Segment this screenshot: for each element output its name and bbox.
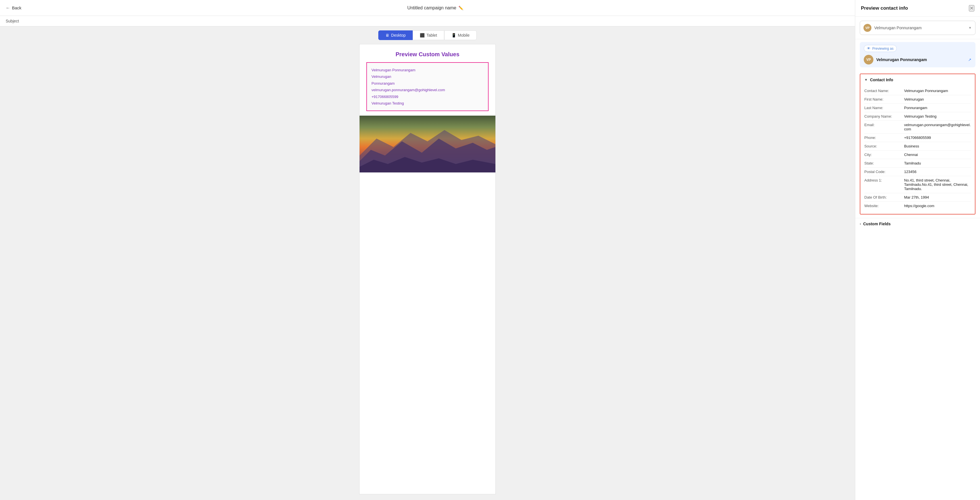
field-label: Website: — [864, 204, 904, 208]
custom-values-box: Velmurugan Ponnurangam Velmurugan Ponnur… — [366, 62, 488, 111]
table-row: Email: velmurugan.ponnurangam@gohighleve… — [864, 121, 971, 133]
contact-selector: VP Velmurugan Ponnurangam ▼ — [855, 17, 980, 39]
field-label: Contact Name: — [864, 89, 904, 93]
contact-row: VP Velmurugan Ponnurangam ↗ — [864, 55, 972, 65]
chevron-down-icon: ▼ — [968, 26, 972, 30]
preview-title: Preview Custom Values — [366, 51, 488, 58]
contact-full-name: Velmurugan Ponnurangam — [876, 57, 965, 62]
table-row: State: Tamilnadu — [864, 159, 971, 168]
field-value: +917066805599 — [904, 135, 971, 140]
field-label: First Name: — [864, 97, 904, 102]
external-link-icon[interactable]: ↗ — [968, 57, 972, 62]
field-value: Velmurugan — [904, 97, 971, 102]
previewing-section: 👁 Previewing as VP Velmurugan Ponnuranga… — [860, 42, 975, 67]
cv-line-1: Velmurugan Ponnurangam — [371, 67, 484, 73]
field-label: Phone: — [864, 135, 904, 140]
table-row: First Name: Velmurugan — [864, 95, 971, 104]
chevron-right-icon: › — [860, 222, 861, 226]
field-value: Velmurugan Ponnurangam — [904, 89, 971, 93]
tab-tablet[interactable]: ⬛ Tablet — [413, 30, 444, 40]
table-row: Last Name: Ponnurangam — [864, 104, 971, 112]
device-tabs: 🖥 Desktop ⬛ Tablet 📱 Mobile — [0, 26, 855, 44]
preview-header: Preview Custom Values — [360, 44, 495, 62]
desktop-label: Desktop — [391, 33, 406, 38]
field-value: No.41, third street, Chennai, Tamilnadu.… — [904, 178, 971, 191]
field-value: Business — [904, 144, 971, 148]
table-row: Company Name: Velmurugan Testing — [864, 112, 971, 121]
field-label: State: — [864, 161, 904, 165]
tab-desktop[interactable]: 🖥 Desktop — [378, 30, 413, 40]
custom-fields-label: Custom Fields — [863, 222, 891, 226]
field-value: velmurugan.ponnurangam@gohighlevel.com — [904, 123, 971, 131]
table-row: Website: https://google.com — [864, 202, 971, 210]
tab-mobile[interactable]: 📱 Mobile — [444, 30, 477, 40]
landscape-image — [360, 116, 495, 173]
cv-line-6: Velmurugan Testing — [371, 100, 484, 106]
table-row: Phone: +917066805599 — [864, 133, 971, 142]
tablet-label: Tablet — [426, 33, 437, 38]
mobile-icon: 📱 — [451, 33, 456, 38]
tablet-icon: ⬛ — [420, 33, 425, 38]
panel-header: Preview contact info ✕ — [855, 0, 980, 17]
top-bar: ← Back Untitled campaign name ✏️ — [0, 0, 855, 16]
contact-dropdown-name: Velmurugan Ponnurangam — [874, 25, 966, 30]
back-label: Back — [12, 5, 21, 10]
table-row: Date Of Birth: Mar 27th, 1994 — [864, 193, 971, 202]
cv-line-3: Ponnurangam — [371, 80, 484, 87]
field-value: 123456 — [904, 170, 971, 174]
field-label: Address 1: — [864, 178, 904, 191]
table-row: City: Chennai — [864, 151, 971, 159]
back-arrow-icon: ← — [6, 5, 10, 11]
custom-fields-section[interactable]: › Custom Fields — [855, 218, 980, 230]
field-value: Velmurugan Testing — [904, 114, 971, 119]
field-value: Tamilnadu — [904, 161, 971, 165]
edit-icon[interactable]: ✏️ — [458, 6, 463, 10]
email-preview-card: Preview Custom Values Velmurugan Ponnura… — [359, 44, 496, 494]
mobile-label: Mobile — [458, 33, 469, 38]
info-table: Contact Name: Velmurugan Ponnurangam Fir… — [860, 86, 975, 214]
contact-info-header[interactable]: ▼ Contact Info — [860, 74, 975, 86]
desktop-icon: 🖥 — [385, 33, 390, 38]
chevron-down-section-icon: ▼ — [864, 78, 868, 82]
field-value: https://google.com — [904, 204, 971, 208]
cv-line-5: +917066805599 — [371, 94, 484, 100]
field-value: Ponnurangam — [904, 106, 971, 110]
panel-title: Preview contact info — [861, 5, 908, 11]
canvas-area: Preview Custom Values Velmurugan Ponnura… — [0, 44, 855, 500]
cv-line-4: velmurugan.ponnurangam@gohighlevel.com — [371, 87, 484, 93]
table-row: Contact Name: Velmurugan Ponnurangam — [864, 87, 971, 95]
field-label: Company Name: — [864, 114, 904, 119]
contact-dropdown[interactable]: VP Velmurugan Ponnurangam ▼ — [860, 21, 975, 35]
contact-info-label: Contact Info — [870, 78, 893, 82]
subject-label: Subject — [6, 19, 19, 23]
contact-info-section: ▼ Contact Info Contact Name: Velmurugan … — [860, 74, 975, 214]
table-row: Address 1: No.41, third street, Chennai,… — [864, 176, 971, 193]
campaign-title: Untitled campaign name ✏️ — [21, 5, 849, 11]
table-row: Source: Business — [864, 142, 971, 151]
field-label: City: — [864, 152, 904, 157]
avatar-small: VP — [864, 24, 872, 32]
table-row: Postal Code: 123456 — [864, 168, 971, 176]
panel-content: ▼ Contact Info Contact Name: Velmurugan … — [855, 70, 980, 500]
field-value: Chennai — [904, 152, 971, 157]
previewing-label: Previewing as — [872, 47, 894, 51]
left-panel: ← Back Untitled campaign name ✏️ Subject… — [0, 0, 855, 500]
field-label: Date Of Birth: — [864, 195, 904, 200]
eye-icon: 👁 — [867, 46, 870, 51]
cv-line-2: Velmurugan — [371, 73, 484, 80]
field-label: Last Name: — [864, 106, 904, 110]
subject-bar: Subject — [0, 16, 855, 26]
previewing-badge: 👁 Previewing as — [864, 45, 897, 52]
avatar-medium: VP — [864, 55, 873, 65]
field-label: Postal Code: — [864, 170, 904, 174]
field-label: Email: — [864, 123, 904, 131]
close-button[interactable]: ✕ — [969, 5, 974, 11]
field-value: Mar 27th, 1994 — [904, 195, 971, 200]
field-label: Source: — [864, 144, 904, 148]
campaign-name-text: Untitled campaign name — [407, 5, 457, 11]
back-button[interactable]: ← Back — [6, 5, 21, 11]
right-panel: Preview contact info ✕ VP Velmurugan Pon… — [855, 0, 980, 500]
